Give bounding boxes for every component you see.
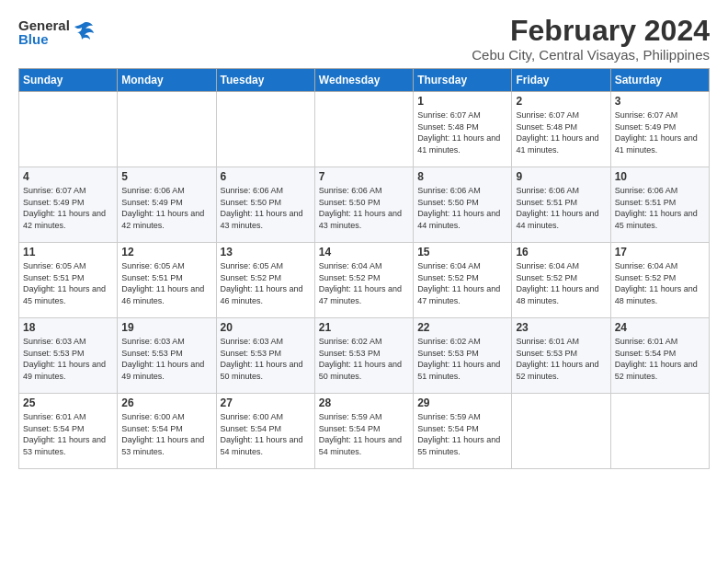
calendar-cell	[216, 92, 314, 167]
day-number: 14	[319, 246, 409, 259]
cell-info: Sunrise: 6:02 AM Sunset: 5:53 PM Dayligh…	[417, 336, 507, 382]
calendar-cell	[314, 92, 413, 167]
header-cell-saturday: Saturday	[610, 69, 709, 92]
cell-info: Sunrise: 6:04 AM Sunset: 5:52 PM Dayligh…	[319, 260, 409, 306]
calendar-cell: 26Sunrise: 6:00 AM Sunset: 5:54 PM Dayli…	[118, 394, 216, 469]
cell-info: Sunrise: 6:01 AM Sunset: 5:54 PM Dayligh…	[23, 411, 113, 457]
calendar-cell: 29Sunrise: 5:59 AM Sunset: 5:54 PM Dayli…	[414, 394, 512, 469]
cell-info: Sunrise: 5:59 AM Sunset: 5:54 PM Dayligh…	[417, 411, 507, 457]
header-cell-friday: Friday	[512, 69, 610, 92]
day-number: 18	[23, 321, 113, 334]
cell-info: Sunrise: 6:06 AM Sunset: 5:51 PM Dayligh…	[516, 185, 606, 231]
logo-blue-text: Blue	[18, 32, 70, 46]
calendar-week-2: 11Sunrise: 6:05 AM Sunset: 5:51 PM Dayli…	[19, 243, 710, 318]
cell-info: Sunrise: 6:07 AM Sunset: 5:48 PM Dayligh…	[417, 109, 507, 155]
calendar-body: 1Sunrise: 6:07 AM Sunset: 5:48 PM Daylig…	[19, 92, 710, 469]
calendar-cell: 3Sunrise: 6:07 AM Sunset: 5:49 PM Daylig…	[610, 92, 709, 167]
calendar-cell: 19Sunrise: 6:03 AM Sunset: 5:53 PM Dayli…	[118, 318, 216, 394]
header: General Blue February 2024 Cebu City, Ce…	[18, 15, 710, 63]
day-number: 4	[23, 170, 113, 183]
day-number: 9	[516, 170, 606, 183]
calendar-cell: 12Sunrise: 6:05 AM Sunset: 5:51 PM Dayli…	[118, 243, 216, 318]
day-number: 28	[319, 396, 409, 409]
day-number: 16	[516, 246, 606, 259]
cell-info: Sunrise: 6:05 AM Sunset: 5:51 PM Dayligh…	[23, 260, 113, 306]
day-number: 2	[516, 95, 606, 108]
cell-info: Sunrise: 6:07 AM Sunset: 5:48 PM Dayligh…	[516, 109, 606, 155]
day-number: 27	[221, 396, 311, 409]
calendar-cell: 27Sunrise: 6:00 AM Sunset: 5:54 PM Dayli…	[216, 394, 314, 469]
day-number: 21	[319, 321, 409, 334]
cell-info: Sunrise: 6:04 AM Sunset: 5:52 PM Dayligh…	[615, 260, 705, 306]
page: General Blue February 2024 Cebu City, Ce…	[0, 0, 728, 478]
calendar-cell: 16Sunrise: 6:04 AM Sunset: 5:52 PM Dayli…	[512, 243, 610, 318]
logo: General Blue	[18, 18, 95, 46]
calendar-cell: 10Sunrise: 6:06 AM Sunset: 5:51 PM Dayli…	[610, 167, 709, 243]
calendar-table: SundayMondayTuesdayWednesdayThursdayFrid…	[18, 68, 710, 469]
calendar-cell: 2Sunrise: 6:07 AM Sunset: 5:48 PM Daylig…	[512, 92, 610, 167]
calendar-cell: 23Sunrise: 6:01 AM Sunset: 5:53 PM Dayli…	[512, 318, 610, 394]
header-cell-thursday: Thursday	[414, 69, 512, 92]
cell-info: Sunrise: 6:04 AM Sunset: 5:52 PM Dayligh…	[516, 260, 606, 306]
calendar-cell: 8Sunrise: 6:06 AM Sunset: 5:50 PM Daylig…	[414, 167, 512, 243]
day-number: 25	[23, 396, 113, 409]
day-number: 10	[615, 170, 705, 183]
cell-info: Sunrise: 6:03 AM Sunset: 5:53 PM Dayligh…	[221, 336, 311, 382]
day-number: 5	[121, 170, 211, 183]
day-number: 13	[221, 246, 311, 259]
cell-info: Sunrise: 6:02 AM Sunset: 5:53 PM Dayligh…	[319, 336, 409, 382]
day-number: 23	[516, 321, 606, 334]
calendar-cell: 1Sunrise: 6:07 AM Sunset: 5:48 PM Daylig…	[414, 92, 512, 167]
cell-info: Sunrise: 6:05 AM Sunset: 5:52 PM Dayligh…	[221, 260, 311, 306]
calendar-cell	[19, 92, 118, 167]
calendar-cell: 21Sunrise: 6:02 AM Sunset: 5:53 PM Dayli…	[314, 318, 413, 394]
calendar-week-4: 25Sunrise: 6:01 AM Sunset: 5:54 PM Dayli…	[19, 394, 710, 469]
logo-bird-icon	[73, 21, 95, 45]
calendar-cell: 11Sunrise: 6:05 AM Sunset: 5:51 PM Dayli…	[19, 243, 118, 318]
day-number: 17	[615, 246, 705, 259]
calendar-cell: 6Sunrise: 6:06 AM Sunset: 5:50 PM Daylig…	[216, 167, 314, 243]
calendar-cell	[118, 92, 216, 167]
calendar-cell: 28Sunrise: 5:59 AM Sunset: 5:54 PM Dayli…	[314, 394, 413, 469]
header-cell-sunday: Sunday	[19, 69, 118, 92]
day-number: 24	[615, 321, 705, 334]
calendar-cell: 7Sunrise: 6:06 AM Sunset: 5:50 PM Daylig…	[314, 167, 413, 243]
cell-info: Sunrise: 6:00 AM Sunset: 5:54 PM Dayligh…	[221, 411, 311, 457]
header-cell-wednesday: Wednesday	[314, 69, 413, 92]
cell-info: Sunrise: 6:06 AM Sunset: 5:51 PM Dayligh…	[615, 185, 705, 231]
cell-info: Sunrise: 6:01 AM Sunset: 5:53 PM Dayligh…	[516, 336, 606, 382]
day-number: 12	[121, 246, 211, 259]
calendar-cell: 22Sunrise: 6:02 AM Sunset: 5:53 PM Dayli…	[414, 318, 512, 394]
day-number: 6	[221, 170, 311, 183]
title-area: February 2024 Cebu City, Central Visayas…	[472, 15, 710, 63]
calendar-cell	[610, 394, 709, 469]
calendar-cell: 25Sunrise: 6:01 AM Sunset: 5:54 PM Dayli…	[19, 394, 118, 469]
calendar-cell: 5Sunrise: 6:06 AM Sunset: 5:49 PM Daylig…	[118, 167, 216, 243]
day-number: 29	[417, 396, 507, 409]
calendar-week-1: 4Sunrise: 6:07 AM Sunset: 5:49 PM Daylig…	[19, 167, 710, 243]
cell-info: Sunrise: 6:05 AM Sunset: 5:51 PM Dayligh…	[121, 260, 211, 306]
header-cell-monday: Monday	[118, 69, 216, 92]
day-number: 7	[319, 170, 409, 183]
day-number: 11	[23, 246, 113, 259]
calendar-cell: 20Sunrise: 6:03 AM Sunset: 5:53 PM Dayli…	[216, 318, 314, 394]
cell-info: Sunrise: 6:04 AM Sunset: 5:52 PM Dayligh…	[417, 260, 507, 306]
calendar-cell: 17Sunrise: 6:04 AM Sunset: 5:52 PM Dayli…	[610, 243, 709, 318]
calendar-week-0: 1Sunrise: 6:07 AM Sunset: 5:48 PM Daylig…	[19, 92, 710, 167]
calendar-cell: 14Sunrise: 6:04 AM Sunset: 5:52 PM Dayli…	[314, 243, 413, 318]
calendar-cell: 13Sunrise: 6:05 AM Sunset: 5:52 PM Dayli…	[216, 243, 314, 318]
header-row: SundayMondayTuesdayWednesdayThursdayFrid…	[19, 69, 710, 92]
cell-info: Sunrise: 5:59 AM Sunset: 5:54 PM Dayligh…	[319, 411, 409, 457]
calendar-cell: 24Sunrise: 6:01 AM Sunset: 5:54 PM Dayli…	[610, 318, 709, 394]
header-cell-tuesday: Tuesday	[216, 69, 314, 92]
day-number: 1	[417, 95, 507, 108]
cell-info: Sunrise: 6:03 AM Sunset: 5:53 PM Dayligh…	[121, 336, 211, 382]
calendar-cell: 18Sunrise: 6:03 AM Sunset: 5:53 PM Dayli…	[19, 318, 118, 394]
day-number: 15	[417, 246, 507, 259]
cell-info: Sunrise: 6:06 AM Sunset: 5:49 PM Dayligh…	[121, 185, 211, 231]
calendar-cell: 4Sunrise: 6:07 AM Sunset: 5:49 PM Daylig…	[19, 167, 118, 243]
calendar-week-3: 18Sunrise: 6:03 AM Sunset: 5:53 PM Dayli…	[19, 318, 710, 394]
subtitle: Cebu City, Central Visayas, Philippines	[472, 47, 710, 63]
day-number: 19	[121, 321, 211, 334]
calendar-cell: 15Sunrise: 6:04 AM Sunset: 5:52 PM Dayli…	[414, 243, 512, 318]
